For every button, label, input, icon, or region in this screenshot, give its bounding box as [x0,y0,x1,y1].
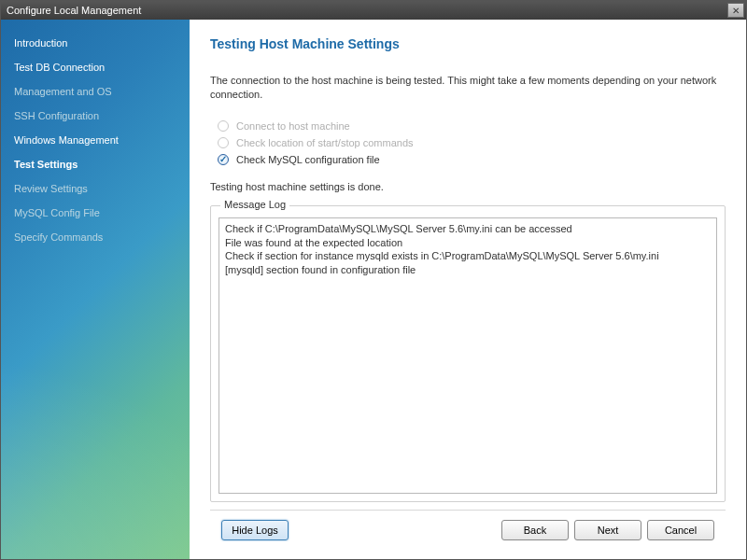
check-label: Check location of start/stop commands [236,137,414,148]
check-label: Connect to host machine [236,120,350,132]
close-icon[interactable]: ✕ [727,3,744,18]
hide-logs-button[interactable]: Hide Logs [221,520,289,540]
sidebar: Introduction Test DB Connection Manageme… [1,20,190,559]
titlebar[interactable]: Configure Local Management ✕ [1,1,746,20]
sidebar-item-windows-management[interactable]: Windows Management [1,128,190,152]
message-log[interactable]: Check if C:\ProgramData\MySQL\MySQL Serv… [218,217,717,494]
window-title: Configure Local Management [7,5,141,16]
check-list: Connect to host machine Check location o… [218,118,726,168]
sidebar-item-test-settings[interactable]: Test Settings [1,152,190,176]
check-item-start-stop: Check location of start/stop commands [218,134,726,151]
sidebar-item-introduction[interactable]: Introduction [1,31,190,55]
body: Introduction Test DB Connection Manageme… [1,20,746,559]
dialog-window: Configure Local Management ✕ Introductio… [0,0,747,560]
log-line: Check if C:\ProgramData\MySQL\MySQL Serv… [225,222,711,236]
sidebar-item-specify-commands[interactable]: Specify Commands [1,225,190,249]
sidebar-item-ssh-configuration[interactable]: SSH Configuration [1,104,190,128]
footer: Hide Logs Back Next Cancel [210,510,726,550]
status-icon-pending [218,120,229,132]
description: The connection to the host machine is be… [210,74,726,103]
status-icon-pending [218,137,229,148]
main-panel: Testing Host Machine Settings The connec… [190,20,746,559]
check-label: Check MySQL configuration file [236,154,380,165]
log-line: Check if section for instance mysqld exi… [225,249,711,263]
message-log-group: Message Log Check if C:\ProgramData\MySQ… [210,205,726,502]
log-line: File was found at the expected location [225,236,711,250]
sidebar-item-test-db-connection[interactable]: Test DB Connection [1,55,190,79]
sidebar-item-review-settings[interactable]: Review Settings [1,176,190,201]
next-button[interactable]: Next [574,520,641,540]
footer-right: Back Next Cancel [501,520,714,540]
message-log-legend: Message Log [220,199,289,210]
cancel-button[interactable]: Cancel [647,520,714,540]
log-line: [mysqld] section found in configuration … [225,263,711,277]
sidebar-item-mysql-config-file[interactable]: MySQL Config File [1,201,190,225]
status-icon-ok [218,154,229,165]
page-title: Testing Host Machine Settings [210,36,726,51]
sidebar-item-management-and-os[interactable]: Management and OS [1,79,190,104]
check-item-mysql-config: Check MySQL configuration file [218,151,726,168]
check-item-connect-host: Connect to host machine [218,118,726,134]
status-line: Testing host machine settings is done. [210,181,726,192]
titlebar-buttons: ✕ [727,3,744,18]
back-button[interactable]: Back [501,520,569,540]
